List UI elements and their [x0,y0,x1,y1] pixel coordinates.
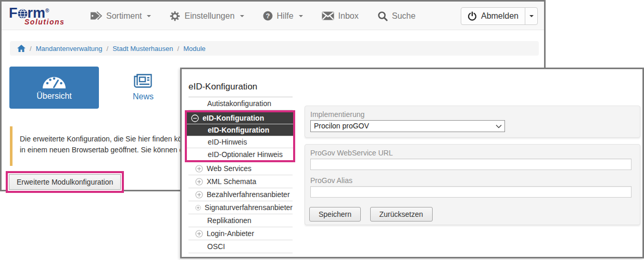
tile-label: Übersicht [36,92,72,101]
highlight-box: Erweiterte Modulkonfiguration [6,171,124,193]
search-icon [377,11,388,21]
help-icon: ? [263,11,273,21]
svg-text:?: ? [266,12,270,20]
main-menu: Sortiment Einstellungen ? Hilfe Inbox [90,2,415,30]
tree-label: Autistakonfiguration [207,99,271,108]
highlight-box: eID-Konfiguration eID-Konfiguration eID-… [185,110,295,162]
tab-news[interactable]: News [117,67,169,109]
implementierung-select[interactable]: Procilon proGOV [310,120,505,132]
chevron-down-icon [299,15,303,17]
tile-label: News [133,92,154,101]
logout-dropdown-toggle[interactable] [525,8,537,24]
breadcrumb: / Mandantenverwaltung / Stadt Musterhaus… [10,41,539,56]
tree-item-replikationen[interactable]: Replikationen [188,214,293,227]
breadcrumb-separator: / [107,45,109,53]
tree-item-bezahlverfahrensanbieter[interactable]: Bezahlverfahrensanbieter [188,188,293,201]
tree-item-eid-konfiguration-parent[interactable]: eID-Konfiguration [187,112,293,124]
breadcrumb-link-stadt-musterhausen[interactable]: Stadt Musterhausen [112,45,173,53]
tree-item-signaturverfahrensanbieter[interactable]: Signaturverfahrensanbieter [188,201,293,214]
expand-icon [195,230,203,238]
menu-item-inbox[interactable]: Inbox [322,11,359,21]
power-icon [468,11,477,21]
tree-item-xml-schemata[interactable]: XML Schemata [188,175,293,188]
tree-item-eid-konfiguration-selected[interactable]: eID-Konfiguration [187,124,293,136]
save-button[interactable]: Speichern [309,207,361,222]
tree-label: eID-Konfiguration [203,114,264,122]
breadcrumb-separator: / [30,45,32,53]
form-actions: Speichern Zurücksetzen [309,207,640,222]
menu-label: Inbox [338,11,359,21]
breadcrumb-link-module[interactable]: Module [183,45,206,53]
chevron-down-icon [240,15,244,17]
menu-item-hilfe[interactable]: ? Hilfe [263,11,303,21]
tab-uebersicht[interactable]: Übersicht [9,67,99,109]
implementierung-panel: Implementierung Procilon proGOV [305,106,640,138]
expand-icon [195,204,201,212]
chevron-down-icon [529,15,534,17]
implementierung-label: Implementierung [310,110,640,119]
menu-label: Sortiment [106,11,142,21]
form-solutions-logo[interactable]: Frm® Solutions [9,4,87,28]
logo-subtitle: Solutions [24,18,87,26]
dialog-title: eID-Konfiguration [188,82,293,97]
menu-item-sortiment[interactable]: Sortiment [90,11,151,21]
page: Frm® Solutions Sortiment Einstellungen ?… [0,0,644,260]
tree-label: eID-Konfiguration [208,126,269,134]
progov-url-label: ProGov WebService URL [310,149,640,157]
menu-label: Hilfe [277,11,294,21]
tree-label: eID-Hinweis [208,138,247,146]
tree-label: XML Schemata [207,177,256,186]
selected-option: Procilon proGOV [314,122,369,130]
tree-item-web-services[interactable]: Web Services [188,162,293,175]
tree-item-eid-optionaler-hinweis[interactable]: eID-Optionaler Hinweis [187,148,293,160]
tree-label: Login-Anbieter [207,229,254,238]
eid-konfiguration-window: eID-Konfiguration Autistakonfiguration e… [180,68,644,258]
progov-alias-label: ProGov Alias [310,176,640,185]
tree-item-login-anbieter[interactable]: Login-Anbieter [188,227,293,240]
tree-label: OSCI [207,242,225,251]
tag-icon [90,11,102,21]
expand-icon [195,178,203,186]
envelope-icon [322,11,334,20]
progov-url-input[interactable] [310,159,632,170]
logout-button[interactable]: Abmelden [461,8,525,24]
tree-label: Web Services [207,164,251,173]
registered-mark: ® [45,8,49,14]
breadcrumb-separator: / [178,45,180,53]
tree-item-osci[interactable]: OSCI [188,240,293,253]
collapse-icon [191,114,199,122]
menu-label: Suche [392,11,415,21]
progov-panel: ProGov WebService URL ProGov Alias Speic… [305,144,640,225]
dashboard-icon [42,75,66,88]
home-icon[interactable] [17,45,26,52]
tree-item-autistakonfiguration[interactable]: Autistakonfiguration [188,97,293,110]
erweiterte-modulkonfiguration-button[interactable]: Erweiterte Modulkonfiguration [9,174,121,190]
chevron-down-icon [496,124,502,128]
progov-alias-input[interactable] [310,186,632,198]
tree-label: eID-Optionaler Hinweis [208,150,283,159]
newspaper-icon [134,74,153,88]
menu-item-einstellungen[interactable]: Einstellungen [170,11,244,21]
expand-icon [195,165,203,173]
expand-icon [195,191,203,199]
tree-label: Replikationen [207,216,251,225]
top-navbar: Frm® Solutions Sortiment Einstellungen ?… [2,2,544,30]
tree-label: Bezahlverfahrensanbieter [207,190,290,199]
tree-label: Signaturverfahrensanbieter [205,203,293,212]
chevron-down-icon [147,15,151,17]
menu-item-suche[interactable]: Suche [377,11,415,21]
menu-label: Einstellungen [184,11,234,21]
reset-button[interactable]: Zurücksetzen [370,207,433,222]
gear-icon [170,11,180,21]
tree-item-eid-hinweis[interactable]: eID-Hinweis [187,136,293,148]
breadcrumb-link-mandantenverwaltung[interactable]: Mandantenverwaltung [36,45,103,53]
logout-split-button: Abmelden [461,7,538,25]
logout-label: Abmelden [481,11,519,21]
config-tree: eID-Konfiguration Autistakonfiguration e… [188,82,293,253]
